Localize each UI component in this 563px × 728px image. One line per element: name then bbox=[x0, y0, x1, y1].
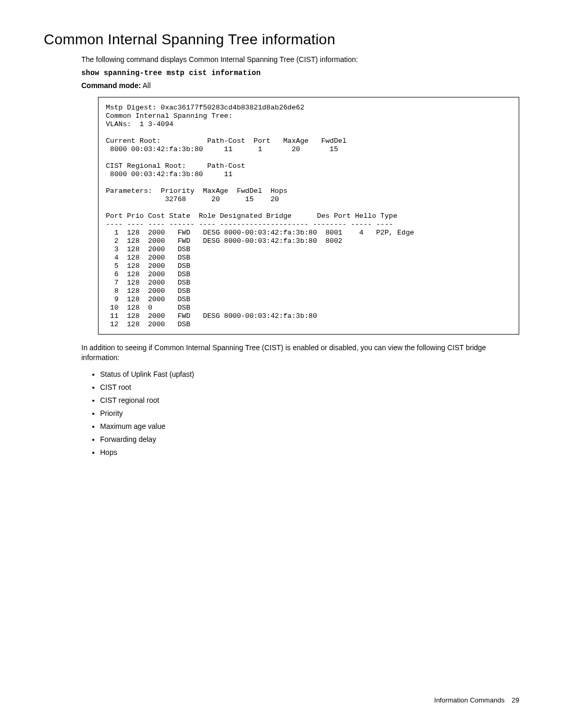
footer-page-number: 29 bbox=[512, 696, 519, 704]
command-mode-label: Command mode: bbox=[81, 81, 141, 90]
page-body: The following command displays Common In… bbox=[81, 55, 519, 459]
intro-text: The following command displays Common In… bbox=[81, 55, 519, 64]
list-item: CIST root bbox=[100, 381, 519, 394]
list-item: Status of Uplink Fast (upfast) bbox=[100, 368, 519, 381]
page-footer: Information Commands 29 bbox=[434, 696, 519, 704]
after-text: In addition to seeing if Common Internal… bbox=[81, 343, 519, 363]
list-item: CIST regional root bbox=[100, 394, 519, 407]
list-item: Priority bbox=[100, 407, 519, 420]
command-text: show spanning-tree mstp cist information bbox=[81, 69, 519, 77]
list-item: Hops bbox=[100, 446, 519, 459]
page-title: Common Internal Spanning Tree informatio… bbox=[44, 31, 519, 48]
command-mode-line: Command mode: All bbox=[81, 81, 519, 90]
cli-output-block: Mstp Digest: 0xac36177f50283cd4b83821d8a… bbox=[98, 97, 519, 335]
list-item: Forwarding delay bbox=[100, 433, 519, 446]
command-mode-value: All bbox=[141, 81, 151, 90]
list-item: Maximum age value bbox=[100, 420, 519, 433]
footer-section: Information Commands bbox=[434, 696, 505, 704]
page: Common Internal Spanning Tree informatio… bbox=[0, 0, 563, 728]
cist-info-list: Status of Uplink Fast (upfast)CIST rootC… bbox=[91, 368, 519, 459]
